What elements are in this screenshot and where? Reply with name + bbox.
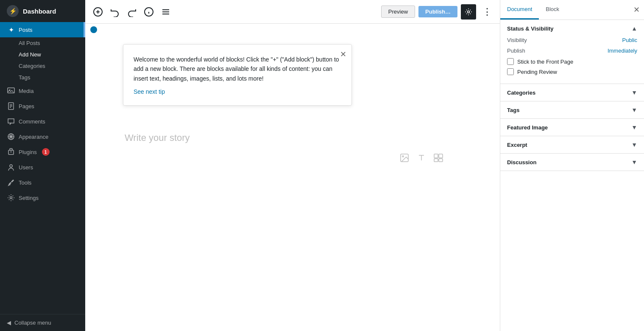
section-excerpt-chevron: ▼ (631, 141, 637, 148)
info-button[interactable] (141, 4, 156, 20)
section-status-visibility-content: Visibility Public Publish Immediately St… (507, 37, 637, 75)
svg-rect-27 (439, 154, 443, 158)
toolbar-right: Preview Publish… ⋮ (381, 4, 495, 20)
section-status-visibility-header[interactable]: Status & Visibility ▲ (507, 25, 637, 32)
sidebar-item-label: Posts (19, 27, 33, 33)
image-insert-icon[interactable] (399, 153, 410, 165)
dashboard-link[interactable]: ⚡ Dashboard (0, 0, 85, 22)
section-discussion-chevron: ▼ (631, 159, 637, 166)
gallery-insert-icon[interactable] (433, 153, 443, 165)
stick-front-page-row: Stick to the Front Page (507, 58, 637, 65)
list-view-button[interactable] (158, 4, 173, 20)
tools-icon (7, 178, 15, 187)
publish-row: Publish Immediately (507, 48, 637, 54)
wp-logo-icon: ⚡ (7, 5, 19, 17)
redo-button[interactable] (124, 4, 139, 20)
collapse-icon: ◀ (7, 320, 11, 326)
visibility-label: Visibility (507, 37, 527, 43)
visibility-row: Visibility Public (507, 37, 637, 43)
see-next-tip-link[interactable]: See next tip (134, 88, 165, 95)
users-label: Users (19, 164, 33, 171)
sidebar-item-tags[interactable]: Tags (0, 72, 85, 83)
section-categories-title: Categories (507, 90, 535, 96)
panel-close-button[interactable]: ✕ (629, 2, 644, 17)
publish-button[interactable]: Publish… (418, 6, 457, 17)
media-icon (7, 87, 15, 95)
editor-placeholder[interactable]: Write your story (125, 132, 460, 143)
section-discussion-header[interactable]: Discussion ▼ (507, 159, 637, 166)
pages-label: Pages (19, 103, 34, 109)
settings-panel-button[interactable] (461, 4, 476, 20)
sidebar-nav: ✦ Posts All Posts Add New Categories Tag… (0, 22, 85, 314)
preview-button[interactable]: Preview (381, 6, 415, 18)
tooltip-close-button[interactable]: ✕ (340, 50, 346, 59)
sidebar-item-categories[interactable]: Categories (0, 60, 85, 72)
media-label: Media (19, 88, 33, 94)
add-block-button[interactable] (90, 4, 106, 20)
sidebar-item-all-posts[interactable]: All Posts (0, 37, 85, 49)
dashboard-label: Dashboard (23, 8, 56, 15)
section-tags-title: Tags (507, 107, 519, 113)
users-icon (7, 163, 15, 171)
publish-value[interactable]: Immediately (608, 48, 637, 54)
svg-rect-29 (439, 159, 443, 162)
section-categories-chevron: ▼ (631, 89, 637, 96)
sidebar-item-posts[interactable]: ✦ Posts (0, 22, 85, 37)
section-tags-header[interactable]: Tags ▼ (507, 107, 637, 113)
sidebar-item-tools[interactable]: Tools (0, 175, 85, 190)
section-featured-image-title: Featured Image (507, 124, 548, 131)
settings-icon (7, 194, 15, 202)
stick-front-page-checkbox[interactable] (507, 58, 514, 65)
panel-tabs: Document Block ✕ (500, 0, 644, 20)
comments-label: Comments (19, 118, 45, 125)
tab-document[interactable]: Document (500, 0, 539, 20)
pages-icon (7, 102, 15, 110)
appearance-label: Appearance (19, 134, 48, 140)
pending-review-label: Pending Review (517, 69, 557, 75)
text-insert-icon[interactable] (416, 153, 427, 165)
posts-icon: ✦ (7, 25, 15, 34)
section-categories-header[interactable]: Categories ▼ (507, 89, 637, 96)
section-tags: Tags ▼ (500, 101, 644, 119)
appearance-icon (7, 132, 15, 141)
section-status-visibility-title: Status & Visibility (507, 25, 554, 32)
section-excerpt-header[interactable]: Excerpt ▼ (507, 141, 637, 148)
plugins-badge: 1 (42, 148, 50, 156)
comments-icon (7, 117, 15, 126)
sidebar-item-add-new[interactable]: Add New (0, 49, 85, 60)
sidebar-item-media[interactable]: Media (0, 83, 85, 98)
sidebar-item-pages[interactable]: Pages (0, 98, 85, 114)
section-featured-image-chevron: ▼ (631, 124, 637, 131)
publish-label: Publish (507, 48, 525, 54)
tools-label: Tools (19, 180, 31, 186)
editor-toolbar: Preview Publish… ⋮ (85, 0, 500, 24)
settings-label: Settings (19, 195, 39, 201)
main-content: Preview Publish… ⋮ ✕ Welcome to the wond… (85, 0, 500, 331)
collapse-label: Collapse menu (14, 320, 51, 326)
sidebar-item-settings[interactable]: Settings (0, 190, 85, 205)
svg-point-11 (10, 197, 12, 199)
tooltip-text: Welcome to the wonderful world of blocks… (134, 55, 341, 83)
collapse-menu[interactable]: ◀ Collapse menu (0, 314, 85, 331)
tags-label: Tags (19, 74, 30, 81)
plugins-label: Plugins (19, 149, 37, 155)
sidebar-item-plugins[interactable]: Plugins 1 (0, 144, 85, 160)
add-new-label: Add New (19, 51, 41, 58)
more-options-button[interactable]: ⋮ (480, 4, 495, 20)
pending-review-checkbox[interactable] (507, 68, 514, 75)
editor-area[interactable]: ✕ Welcome to the wonderful world of bloc… (85, 36, 500, 331)
section-status-visibility: Status & Visibility ▲ Visibility Public … (500, 20, 644, 84)
undo-button[interactable] (107, 4, 123, 20)
visibility-value[interactable]: Public (622, 37, 637, 43)
sidebar-item-users[interactable]: Users (0, 160, 85, 175)
svg-rect-26 (434, 154, 438, 158)
section-tags-chevron: ▼ (631, 107, 637, 113)
section-featured-image-header[interactable]: Featured Image ▼ (507, 124, 637, 131)
block-indicator (90, 26, 97, 33)
tab-block[interactable]: Block (539, 0, 566, 20)
sidebar-item-comments[interactable]: Comments (0, 114, 85, 129)
all-posts-label: All Posts (19, 40, 40, 46)
sidebar-item-appearance[interactable]: Appearance (0, 129, 85, 144)
section-excerpt-title: Excerpt (507, 142, 527, 148)
svg-point-23 (402, 156, 404, 157)
